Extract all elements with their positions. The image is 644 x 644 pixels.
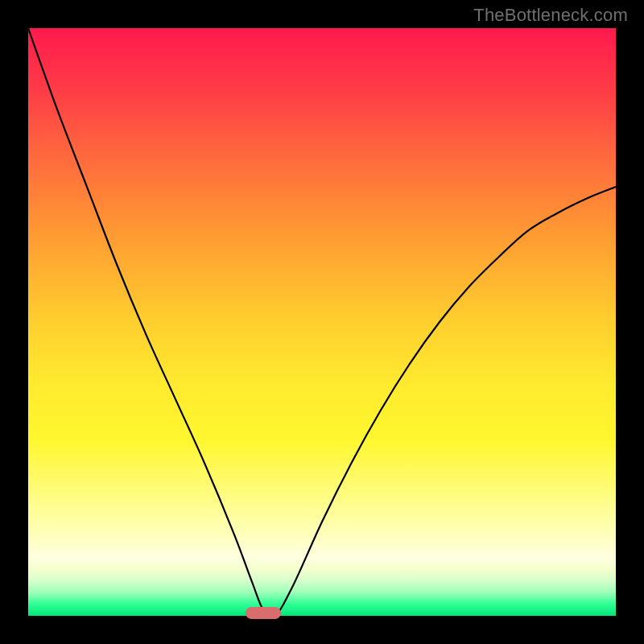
chart-curve xyxy=(28,28,616,617)
curve-svg xyxy=(28,28,616,616)
watermark-text: TheBottleneck.com xyxy=(473,5,628,26)
plot-area xyxy=(28,28,616,616)
minimum-marker xyxy=(246,607,281,619)
chart-frame: TheBottleneck.com xyxy=(0,0,644,644)
